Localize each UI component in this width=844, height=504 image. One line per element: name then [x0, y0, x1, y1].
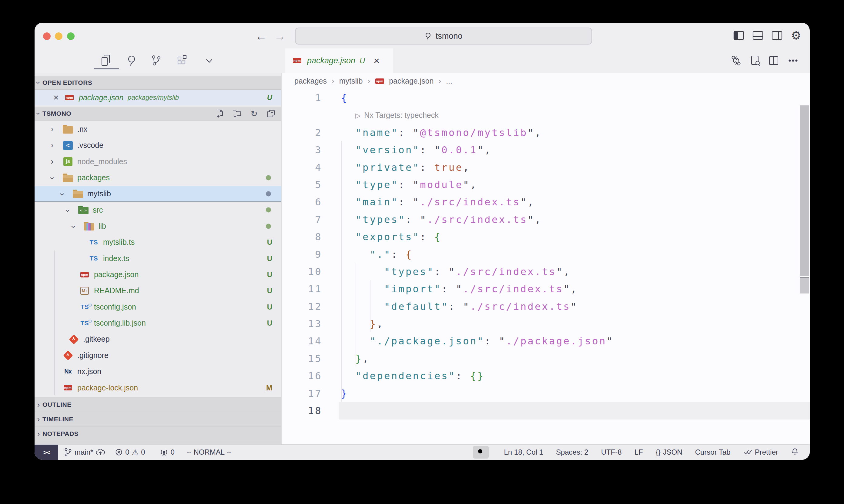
- chevron-right-icon[interactable]: ›: [48, 154, 56, 169]
- split-editor-icon[interactable]: [767, 55, 780, 67]
- ports-item[interactable]: 0: [160, 448, 175, 457]
- breadcrumb-packages[interactable]: packages: [294, 77, 327, 85]
- chevron-right-icon[interactable]: ›: [48, 121, 56, 137]
- code-line-8[interactable]: 8"exports": {: [282, 228, 810, 246]
- cursor-tab-indicator[interactable]: Cursor Tab: [695, 448, 730, 456]
- zoom-indicator[interactable]: [473, 446, 489, 458]
- scrollbar-thumb[interactable]: [800, 277, 809, 293]
- code-line-5[interactable]: 5"type": "module",: [282, 176, 810, 194]
- remote-indicator[interactable]: ><: [35, 445, 58, 460]
- tree-item-.gitignore[interactable]: .gitignore: [35, 347, 281, 363]
- history-forward-icon[interactable]: →: [274, 30, 286, 43]
- tab-package-json[interactable]: package.json U ×: [285, 49, 393, 73]
- breadcrumb-symbol[interactable]: ...: [446, 77, 452, 85]
- toggle-panel-icon[interactable]: [752, 30, 764, 41]
- code-line-17[interactable]: 17}: [282, 385, 810, 402]
- notifications-bell-icon[interactable]: [791, 447, 799, 457]
- code-line-15[interactable]: 15},: [282, 350, 810, 367]
- code-line-4[interactable]: 4"private": true,: [282, 159, 810, 176]
- code-area[interactable]: 1{▷Nx Targets: typecheck2"name": "@tsmon…: [282, 89, 810, 419]
- tree-item-README.md[interactable]: README.mdU: [35, 283, 281, 299]
- chevron-down-icon[interactable]: ›: [54, 191, 70, 198]
- token: "main": [355, 196, 398, 208]
- code-line-9[interactable]: 9".": {: [282, 246, 810, 263]
- play-icon[interactable]: ▷: [355, 112, 360, 119]
- tree-item-node_modules[interactable]: ›node_modules: [35, 154, 281, 169]
- tree-item-package.json[interactable]: package.jsonU: [35, 267, 281, 283]
- new-file-icon[interactable]: [215, 109, 225, 119]
- zoom-window-button[interactable]: [67, 32, 74, 40]
- minimize-window-button[interactable]: [55, 32, 63, 40]
- code-line-14[interactable]: 14"./package.json": "./package.json": [282, 332, 810, 350]
- tree-item-nx.json[interactable]: nx.json: [35, 363, 281, 379]
- search-editor-icon[interactable]: [749, 55, 762, 67]
- chevron-down-icon[interactable]: ›: [44, 175, 60, 182]
- problems-item[interactable]: 0 ⚠ 0: [115, 448, 145, 456]
- search-view-icon[interactable]: [125, 54, 138, 67]
- tree-item-mytslib[interactable]: ›mytslib: [35, 186, 281, 202]
- code-line-7[interactable]: 7"types": "./src/index.ts",: [282, 211, 810, 228]
- toggle-secondary-sidebar-icon[interactable]: [771, 30, 783, 41]
- tree-item-index.ts[interactable]: index.tsU: [35, 251, 281, 267]
- tree-item-.nx[interactable]: ›.nx: [35, 121, 281, 137]
- cursor-position[interactable]: Ln 18, Col 1: [504, 448, 543, 456]
- tree-item-src[interactable]: ›src: [35, 202, 281, 218]
- extensions-icon[interactable]: [175, 54, 189, 67]
- section-outline[interactable]: › OUTLINE: [35, 397, 281, 412]
- tree-item-tsconfig.json[interactable]: tsconfig.jsonU: [35, 299, 281, 315]
- language-mode[interactable]: {} JSON: [656, 448, 683, 456]
- chevron-down-icon[interactable]: ›: [65, 223, 81, 231]
- chevron-down-icon[interactable]: [203, 54, 216, 67]
- close-window-button[interactable]: [43, 32, 51, 40]
- tree-item-lib[interactable]: ›lib: [35, 218, 281, 234]
- code-line-3[interactable]: 3"version": "0.0.1",: [282, 141, 810, 159]
- open-editors-header[interactable]: › OPEN EDITORS: [35, 76, 281, 90]
- tree-item-tsconfig.lib.json[interactable]: tsconfig.lib.jsonU: [35, 315, 281, 331]
- chevron-down-icon[interactable]: ›: [59, 206, 75, 214]
- codelens-nx-targets[interactable]: ▷Nx Targets: typecheck: [282, 107, 810, 124]
- compare-changes-icon[interactable]: [730, 55, 742, 67]
- breadcrumb-mytslib[interactable]: mytslib: [339, 77, 363, 85]
- section-timeline[interactable]: › TIMELINE: [35, 412, 281, 427]
- code-line-1[interactable]: 1{: [282, 89, 810, 107]
- command-center-search[interactable]: tsmono: [295, 28, 592, 44]
- encoding[interactable]: UTF-8: [601, 448, 622, 456]
- tree-item-package-lock.json[interactable]: package-lock.jsonM: [35, 380, 281, 396]
- open-editors-icon[interactable]: [99, 54, 113, 67]
- eol[interactable]: LF: [635, 448, 643, 456]
- token: ".": [370, 249, 391, 260]
- code-line-10[interactable]: 10"types": "./src/index.ts",: [282, 263, 810, 281]
- code-line-2[interactable]: 2"name": "@tsmono/mytslib",: [282, 124, 810, 141]
- git-branch-item[interactable]: main*: [64, 447, 105, 457]
- breadcrumb-file[interactable]: package.json: [389, 77, 433, 85]
- tree-item-.vscode[interactable]: ›.vscode: [35, 137, 281, 153]
- collapse-all-icon[interactable]: [266, 109, 276, 119]
- source-control-icon[interactable]: [150, 54, 163, 67]
- tree-item-packages[interactable]: ›packages: [35, 169, 281, 186]
- close-editor-icon[interactable]: ×: [53, 92, 59, 103]
- token: ./src/index.ts: [463, 283, 563, 295]
- tsconf-icon: [79, 301, 90, 312]
- code-line-6[interactable]: 6"main": "./src/index.ts",: [282, 194, 810, 211]
- open-editor-item[interactable]: × package.json packages/mytslib U: [35, 90, 281, 105]
- code-line-13[interactable]: 13},: [282, 315, 810, 332]
- refresh-icon[interactable]: ↻: [249, 109, 259, 119]
- chevron-right-icon[interactable]: ›: [48, 137, 56, 153]
- tree-item-.gitkeep[interactable]: .gitkeep: [35, 331, 281, 347]
- code-line-18[interactable]: 18: [282, 402, 810, 419]
- section-notepads[interactable]: › NOTEPADS: [35, 427, 281, 441]
- formatter-item[interactable]: Prettier: [743, 448, 778, 456]
- more-actions-icon[interactable]: [787, 55, 799, 67]
- workspace-header[interactable]: › TSMONO ↻: [35, 107, 281, 121]
- scrollbar-thumb[interactable]: [800, 105, 809, 276]
- history-back-icon[interactable]: ←: [255, 30, 267, 43]
- new-folder-icon[interactable]: [232, 109, 242, 119]
- code-line-12[interactable]: 12"default": "./src/index.ts": [282, 298, 810, 315]
- settings-gear-icon[interactable]: ⚙: [790, 30, 802, 41]
- toggle-primary-sidebar-icon[interactable]: [733, 30, 745, 41]
- code-line-11[interactable]: 11"import": "./src/index.ts",: [282, 281, 810, 298]
- code-line-16[interactable]: 16"dependencies": {}: [282, 367, 810, 385]
- tab-close-icon[interactable]: ×: [374, 56, 380, 65]
- tree-item-mytslib.ts[interactable]: mytslib.tsU: [35, 234, 281, 250]
- indentation[interactable]: Spaces: 2: [556, 448, 588, 456]
